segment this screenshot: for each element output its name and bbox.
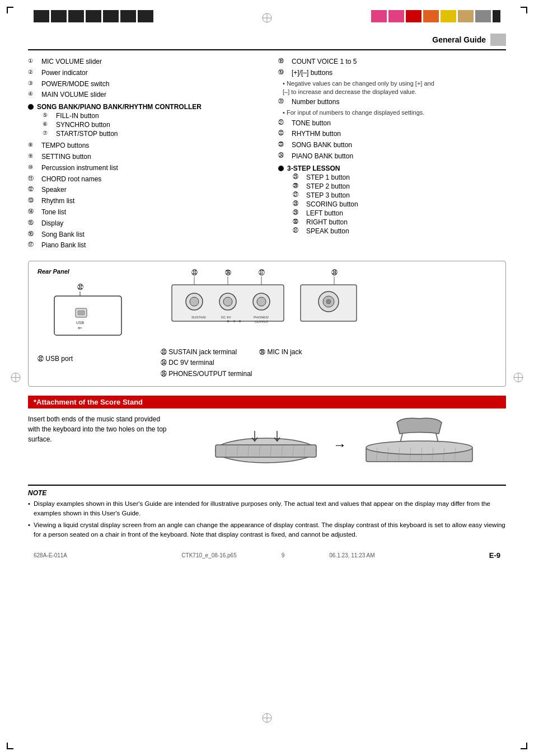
svg-text:OUTPUT: OUTPUT — [255, 320, 269, 323]
svg-point-50 — [366, 441, 472, 454]
lesson-sub-items: ㉕ STEP 1 button ㉖ STEP 2 button ㉗ STEP 3… — [293, 173, 506, 235]
sustain-label: ㉝ SUSTAIN jack terminal — [161, 347, 237, 358]
attachment-content: Insert both ends of the music stand prov… — [28, 414, 506, 476]
svg-text:PHONES/: PHONES/ — [254, 316, 269, 319]
svg-point-26 — [223, 297, 232, 306]
note-1: Display examples shown in this User's Gu… — [28, 499, 506, 519]
note-19a: • Negative values can be changed only by… — [283, 79, 506, 97]
connectors-svg: ㉝ ㊱ ㊲ ㊳ — [161, 268, 407, 341]
list-item-15: ⑮ Display — [28, 219, 256, 228]
note-20: • For input of numbers to change display… — [283, 109, 506, 117]
three-step-lesson-section: 3-STEP LESSON ㉕ STEP 1 button ㉖ STEP 2 b… — [278, 165, 506, 235]
bullet-header: SONG BANK/PIANO BANK/RHYTHM CONTROLLER — [28, 103, 256, 111]
sub-item-27: ㉗ STEP 3 button — [293, 191, 506, 199]
attachment-text: Insert both ends of the music stand prov… — [28, 414, 174, 444]
crosshair-right — [513, 372, 524, 384]
lesson-bullet-dot — [278, 166, 284, 171]
sub-items: ⑤ FILL-IN button ⑥ SYNCHRO button ⑦ STAR… — [43, 112, 256, 138]
list-item-8: ⑧ TEMPO buttons — [28, 141, 256, 151]
note-section: NOTE Display examples shown in this User… — [28, 485, 506, 540]
svg-text:USB: USB — [76, 321, 85, 325]
list-item-9: ⑨ SETTING button — [28, 152, 256, 162]
svg-text:SUSTAIN: SUSTAIN — [191, 316, 206, 319]
header-gray-box — [490, 34, 506, 46]
svg-text:㊱: ㊱ — [225, 269, 231, 276]
list-item-23: ㉓ SONG BANK button — [278, 140, 506, 150]
bullet-dot — [28, 104, 34, 110]
attachment-section-title: *Attachment of the Score Stand — [28, 396, 506, 408]
svg-text:㉜: ㉜ — [77, 284, 83, 290]
connectors-diagram: ㉝ ㊱ ㊲ ㊳ — [161, 268, 496, 379]
corner-mark-tl — [7, 7, 13, 13]
diagram-box: Rear Panel USB ⇐ ㉜ ㉜ USB port — [28, 261, 506, 387]
left-column: ① MIC VOLUME slider ② Power indicator ③ … — [28, 57, 267, 252]
keyboard-after-svg — [358, 414, 481, 476]
crosshair-bottom — [261, 712, 273, 725]
svg-rect-38 — [216, 445, 316, 457]
footer-left: 628A-E-011A — [34, 552, 67, 558]
list-item-10: ⑩ Percussion instrument list — [28, 163, 256, 173]
list-item-18: ⑱ COUNT VOICE 1 to 5 — [278, 57, 506, 67]
phones-label: ㉟ PHONES/OUTPUT terminal — [161, 369, 496, 379]
svg-text:DC 9V: DC 9V — [221, 316, 231, 319]
list-item-4: ④ MAIN VOLUME slider — [28, 90, 256, 100]
attachment-diagram: → — [185, 414, 506, 476]
list-item-16: ⑯ Song Bank list — [28, 230, 256, 240]
svg-text:㉝: ㉝ — [191, 269, 198, 276]
list-item-12: ⑫ Speaker — [28, 185, 256, 195]
list-item-17: ⑰ Piano Bank list — [28, 241, 256, 250]
crosshair-left — [10, 372, 21, 384]
lesson-bullet-header: 3-STEP LESSON — [278, 165, 506, 172]
sub-item-5: ⑤ FILL-IN button — [43, 112, 256, 120]
list-item-13: ⑬ Rhythm list — [28, 196, 256, 206]
mic-in-label: ㊱ MIC IN jack — [259, 347, 302, 358]
list-item-2: ② Power indicator — [28, 68, 256, 78]
list-item-3: ③ POWER/MODE switch — [28, 79, 256, 89]
note-2: Viewing a liquid crystal display screen … — [28, 520, 506, 540]
svg-rect-8 — [78, 311, 85, 315]
jack-labels: ㉝ SUSTAIN jack terminal ㊱ MIC IN jack ㉞ … — [161, 347, 496, 379]
sub-item-29: ㉙ LEFT button — [293, 209, 506, 217]
note-title: NOTE — [28, 489, 506, 497]
sub-item-6: ⑥ SYNCHRO button — [43, 121, 256, 129]
component-list: ① MIC VOLUME slider ② Power indicator ③ … — [28, 57, 506, 252]
svg-text:㊲: ㊲ — [259, 269, 265, 276]
svg-text:⊕—⊖—⊕: ⊕—⊖—⊕ — [227, 320, 241, 323]
arrow-symbol: → — [333, 437, 346, 453]
sub-item-26: ㉖ STEP 2 button — [293, 182, 506, 190]
sub-item-31: ㉛ SPEAK button — [293, 227, 506, 235]
general-guide-label: General Guide — [432, 35, 486, 44]
sub-item-28: ㉘ SCORING button — [293, 200, 506, 208]
corner-mark-tr — [521, 7, 527, 13]
sub-item-7: ⑦ START/STOP button — [43, 130, 256, 138]
list-item-20: ⑳ Number buttons — [278, 97, 506, 107]
svg-point-24 — [190, 297, 199, 306]
list-item-11: ⑪ CHORD root names — [28, 175, 256, 184]
footer-date: 06.1.23, 11:23 AM — [329, 552, 374, 558]
dc9v-label: ㉞ DC 9V terminal — [161, 358, 496, 368]
footer-page: 9 — [282, 552, 285, 558]
top-bar-right — [371, 10, 500, 22]
rear-panel-diagram: Rear Panel USB ⇐ ㉜ ㉜ USB port — [38, 268, 149, 379]
footer-filename: CTK710_e_08-16.p65 — [181, 552, 236, 558]
crosshair-top — [261, 12, 273, 25]
right-column: ⑱ COUNT VOICE 1 to 5 ⑲ [+]/[–] buttons •… — [267, 57, 506, 252]
general-guide-header: General Guide — [28, 34, 506, 50]
svg-rect-6 — [54, 296, 121, 335]
list-item-24: ㉔ PIANO BANK button — [278, 152, 506, 161]
corner-mark-br — [521, 743, 527, 749]
list-item-1: ① MIC VOLUME slider — [28, 57, 256, 67]
sub-item-25: ㉕ STEP 1 button — [293, 173, 506, 181]
svg-text:㊳: ㊳ — [331, 269, 338, 276]
song-bank-section: SONG BANK/PIANO BANK/RHYTHM CONTROLLER ⑤… — [28, 103, 256, 138]
corner-mark-bl — [7, 743, 13, 749]
general-guide-title: General Guide — [432, 34, 506, 46]
page-content: General Guide ① MIC VOLUME slider ② Powe… — [0, 0, 534, 582]
list-item-21: ㉑ TONE button — [278, 119, 506, 128]
page-number: E-9 — [489, 551, 500, 560]
svg-point-36 — [326, 299, 331, 304]
list-item-22: ㉒ RHYTHM button — [278, 129, 506, 139]
page-footer: 628A-E-011A CTK710_e_08-16.p65 9 06.1.23… — [28, 551, 506, 560]
svg-point-28 — [257, 297, 266, 306]
rear-panel-label: Rear Panel — [38, 268, 149, 275]
